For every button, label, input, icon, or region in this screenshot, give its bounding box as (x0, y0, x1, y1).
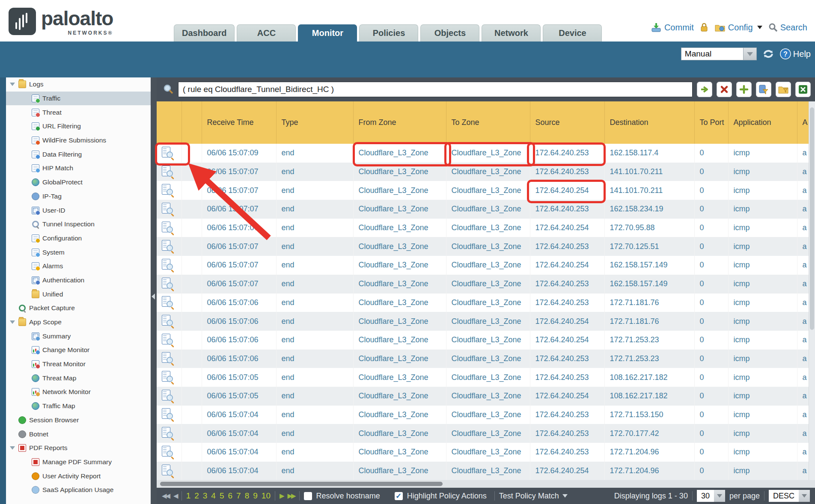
cell-from-zone[interactable]: Cloudflare_L3_Zone (353, 331, 446, 350)
table-row[interactable]: 06/06 15:07:07endCloudflare_L3_ZoneCloud… (157, 163, 809, 181)
cell-destination[interactable]: 172.70.177.42 (604, 424, 694, 443)
cell-from-zone[interactable]: Cloudflare_L3_Zone (353, 443, 446, 462)
page-number-1[interactable]: 1 (186, 491, 191, 501)
page-number-4[interactable]: 4 (211, 491, 216, 501)
sidebar-item-tunnel-inspection[interactable]: Tunnel Inspection (6, 217, 151, 231)
cell-type[interactable]: end (276, 424, 353, 443)
cell-destination[interactable]: 172.71.181.76 (604, 294, 694, 312)
log-detail-icon[interactable] (162, 278, 170, 288)
cell-from-zone[interactable]: Cloudflare_L3_Zone (353, 275, 446, 294)
cell-source[interactable]: 172.64.240.254 (530, 462, 604, 480)
cell-from-zone[interactable]: Cloudflare_L3_Zone (353, 163, 446, 181)
table-row[interactable]: 06/06 15:07:04endCloudflare_L3_ZoneCloud… (157, 406, 809, 424)
table-row[interactable]: 06/06 15:07:04endCloudflare_L3_ZoneCloud… (157, 443, 809, 462)
cell-type[interactable]: end (276, 200, 353, 219)
cell-application[interactable]: icmp (728, 219, 797, 237)
cell-application[interactable]: icmp (728, 275, 797, 294)
table-row[interactable]: 06/06 15:07:07endCloudflare_L3_ZoneCloud… (157, 256, 809, 275)
cell-to-port[interactable]: 0 (694, 219, 728, 237)
log-detail-icon[interactable] (162, 427, 170, 438)
cell-to-zone[interactable]: Cloudflare_L3_Zone (446, 144, 530, 163)
cell-application[interactable]: icmp (728, 312, 797, 331)
cell-application[interactable]: icmp (728, 144, 797, 163)
cell-to-zone[interactable]: Cloudflare_L3_Zone (446, 256, 530, 275)
table-row[interactable]: 06/06 15:07:06endCloudflare_L3_ZoneCloud… (157, 312, 809, 331)
page-number-8[interactable]: 8 (245, 491, 250, 501)
cell-to-zone[interactable]: Cloudflare_L3_Zone (446, 406, 530, 424)
cell-type[interactable]: end (276, 144, 353, 163)
cell-to-port[interactable]: 0 (694, 368, 728, 387)
table-row[interactable]: 06/06 15:07:04endCloudflare_L3_ZoneCloud… (157, 462, 809, 480)
cell-destination[interactable]: 141.101.70.211 (604, 181, 694, 200)
cell-to-zone[interactable]: Cloudflare_L3_Zone (446, 312, 530, 331)
add-filter-button[interactable] (736, 82, 752, 97)
cell-source[interactable]: 172.64.240.253 (530, 443, 604, 462)
log-detail-icon[interactable] (162, 166, 170, 176)
refresh-icon[interactable] (762, 48, 775, 60)
first-page-button[interactable]: ◀◀ (162, 492, 169, 500)
table-row[interactable]: 06/06 15:07:05endCloudflare_L3_ZoneCloud… (157, 387, 809, 406)
last-page-button[interactable]: ▶▶ (288, 492, 295, 500)
test-policy-match-button[interactable]: Test Policy Match (499, 492, 568, 501)
sidebar-item-system[interactable]: System (6, 245, 151, 259)
page-number-3[interactable]: 3 (203, 491, 208, 501)
column-header-receive-time[interactable]: Receive Time (202, 101, 276, 144)
cell-application[interactable]: icmp (728, 294, 797, 312)
cell-from-zone[interactable]: Cloudflare_L3_Zone (353, 406, 446, 424)
cell-type[interactable]: end (276, 163, 353, 181)
refresh-mode-caret-icon[interactable] (744, 47, 757, 60)
cell-from-zone[interactable]: Cloudflare_L3_Zone (353, 350, 446, 368)
cell-from-zone[interactable]: Cloudflare_L3_Zone (353, 200, 446, 219)
lock-button[interactable] (700, 22, 708, 33)
cell-type[interactable]: end (276, 406, 353, 424)
cell-source[interactable]: 172.64.240.253 (530, 237, 604, 256)
cell-application[interactable]: icmp (728, 256, 797, 275)
table-row[interactable]: 06/06 15:07:05endCloudflare_L3_ZoneCloud… (157, 368, 809, 387)
cell-type[interactable]: end (276, 275, 353, 294)
cell-source[interactable]: 172.64.240.254 (530, 387, 604, 406)
table-row[interactable]: 06/06 15:07:04endCloudflare_L3_ZoneCloud… (157, 424, 809, 443)
sort-order-caret-icon[interactable] (799, 490, 810, 502)
column-header-to-zone[interactable]: To Zone (446, 101, 530, 144)
cell-to-zone[interactable]: Cloudflare_L3_Zone (446, 219, 530, 237)
column-header-from-zone[interactable]: From Zone (353, 101, 446, 144)
cell-to-port[interactable]: 0 (694, 275, 728, 294)
cell-from-zone[interactable]: Cloudflare_L3_Zone (353, 312, 446, 331)
cell-to-zone[interactable]: Cloudflare_L3_Zone (446, 200, 530, 219)
sidebar-item-saas-application-usage[interactable]: SaaS Application Usage (6, 483, 151, 497)
log-detail-icon[interactable] (162, 465, 170, 475)
cell-source[interactable]: 172.64.240.253 (530, 275, 604, 294)
cell-type[interactable]: end (276, 331, 353, 350)
sidebar-item-threat[interactable]: Threat (6, 105, 151, 119)
cell-destination[interactable]: 162.158.234.19 (604, 200, 694, 219)
table-row[interactable]: 06/06 15:07:07endCloudflare_L3_ZoneCloud… (157, 181, 809, 200)
cell-to-zone[interactable]: Cloudflare_L3_Zone (446, 350, 530, 368)
table-row[interactable]: 06/06 15:07:07endCloudflare_L3_ZoneCloud… (157, 237, 809, 256)
per-page-select[interactable]: 30 (697, 490, 725, 502)
cell-destination[interactable]: 172.71.253.23 (604, 350, 694, 368)
cell-type[interactable]: end (276, 181, 353, 200)
cell-to-port[interactable]: 0 (694, 200, 728, 219)
log-detail-icon[interactable] (162, 408, 170, 419)
vertical-scrollbar[interactable] (809, 101, 815, 480)
cell-to-zone[interactable]: Cloudflare_L3_Zone (446, 163, 530, 181)
cell-destination[interactable]: 162.158.157.149 (604, 256, 694, 275)
per-page-caret-icon[interactable] (714, 490, 725, 502)
cell-from-zone[interactable]: Cloudflare_L3_Zone (353, 294, 446, 312)
cell-application[interactable]: icmp (728, 406, 797, 424)
cell-to-port[interactable]: 0 (694, 443, 728, 462)
cell-to-zone[interactable]: Cloudflare_L3_Zone (446, 294, 530, 312)
sidebar-item-pdf-reports[interactable]: PDF Reports (6, 441, 151, 455)
cell-destination[interactable]: 172.71.204.96 (604, 462, 694, 480)
cell-type[interactable]: end (276, 219, 353, 237)
log-detail-icon[interactable] (162, 259, 170, 270)
cell-type[interactable]: end (276, 256, 353, 275)
refresh-mode-select[interactable]: Manual (681, 47, 757, 60)
log-detail-icon[interactable] (162, 296, 170, 307)
sidebar-item-authentication[interactable]: Authentication (6, 273, 151, 288)
saved-filters-button[interactable] (776, 82, 791, 97)
log-detail-icon[interactable] (162, 184, 170, 195)
sidebar-item-alarms[interactable]: Alarms (6, 259, 151, 273)
sidebar-item-unified[interactable]: Unified (6, 287, 151, 301)
cell-destination[interactable]: 108.162.217.182 (604, 387, 694, 406)
